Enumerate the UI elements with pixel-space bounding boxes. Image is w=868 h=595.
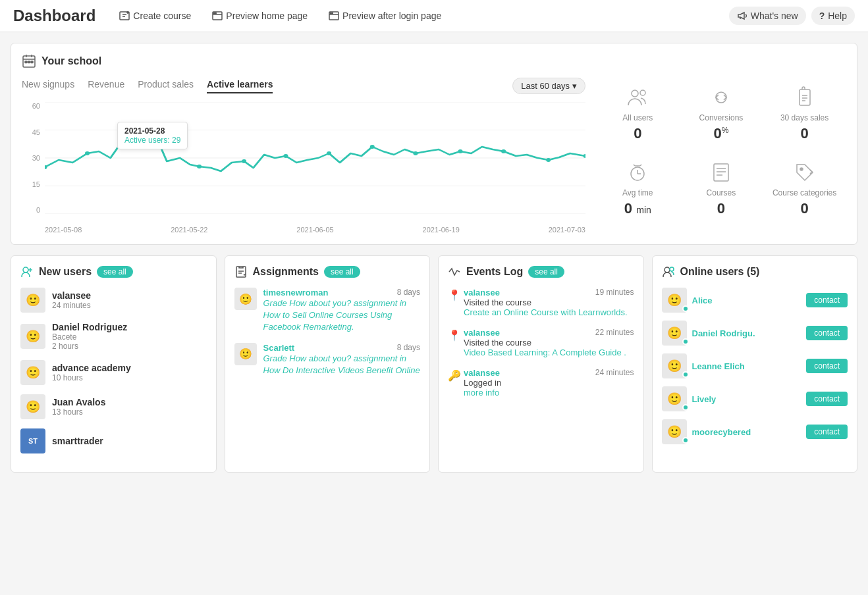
tab-new-signups[interactable]: New signups [22,79,74,93]
event-action-2: Logged in [464,378,634,388]
svg-point-38 [546,158,551,162]
chart-area: New signups Revenue Product sales Active… [22,78,585,234]
y-label-30: 30 [22,154,40,162]
svg-point-40 [632,90,638,97]
event-user-2[interactable]: valansee [464,368,500,378]
svg-point-8 [215,13,217,14]
assignments-see-all[interactable]: see all [324,266,360,278]
assign-user-0: timesnewroman [263,288,329,298]
preview-home-button[interactable]: Preview home page [204,7,315,25]
user-item-smarttrader: ST smarttrader [20,428,207,453]
stat-30-sales-value: 0 [800,125,808,142]
y-label-60: 60 [22,102,40,110]
user-info-valansee: valansee 24 minutes [52,290,91,310]
conversions-icon [709,84,733,111]
events-log-panel: Events Log see all 📍 valansee 19 minutes… [438,255,644,473]
online-user-alice: 🙂 Alice contact [662,288,848,313]
assign-days-1: 8 days [397,343,420,352]
svg-point-7 [213,13,215,14]
user-avatar-juan: 🙂 [20,394,45,419]
event-user-0[interactable]: valansee [464,288,500,298]
chart-x-labels: 2021-05-08 2021-05-22 2021-06-05 2021-06… [45,226,585,234]
help-button[interactable]: ? Help [811,7,855,25]
user-avatar-valansee: 🙂 [20,288,45,313]
contact-alice-button[interactable]: contact [806,293,848,307]
svg-point-37 [501,149,506,153]
event-link-0[interactable]: Create an Online Course with Learnworlds… [464,307,634,317]
online-users-panel: Online users (5) 🙂 Alice contact 🙂 Danie… [652,255,858,473]
event-user-1[interactable]: valansee [464,328,500,338]
time-filter-select[interactable]: Last 60 days ▾ [512,78,585,94]
online-name-lively: Lively [692,394,801,404]
new-users-panel: New users see all 🙂 valansee 24 minutes … [11,255,217,473]
assignment-item-1: 🙂 Scarlett 8 days Grade How about you? a… [234,343,421,376]
svg-point-39 [583,154,585,158]
online-name-moorecybered: moorecybered [692,427,801,437]
online-avatar-wrap-lively: 🙂 [662,386,687,411]
user-sub-daniel: Bacete 2 hours [52,332,127,351]
contact-moorecybered-button[interactable]: contact [806,425,848,439]
stat-categories: Course categories 0 [763,153,846,228]
events-title: Events Log [466,266,523,278]
preview-login-button[interactable]: Preview after login page [321,7,449,25]
school-header: Your school [22,54,846,68]
user-avatar-smarttrader: ST [20,428,45,453]
stat-30-sales: 30 days sales 0 [763,78,846,153]
online-dot-leanne [682,371,689,378]
stat-all-users: All users 0 [596,78,680,153]
user-time-valansee: 24 minutes [52,301,91,310]
user-location-daniel: Bacete [52,332,76,342]
header-right: What's new ? Help [729,7,855,25]
whats-new-button[interactable]: What's new [729,7,806,25]
contact-leanne-button[interactable]: contact [806,359,848,373]
preview-login-icon [329,11,339,21]
svg-point-30 [197,165,202,168]
key-icon: 🔑 [448,369,458,382]
event-link-2[interactable]: more info [464,388,634,398]
assignments-header: Assignments see all [234,265,421,278]
svg-point-35 [413,151,418,155]
stats-area: All users 0 Conversions 0% [596,78,846,234]
svg-point-61 [670,267,674,271]
event-time-2: 24 minutes [595,368,634,378]
stat-all-users-value: 0 [634,125,641,142]
tooltip-value: Active users: 29 [124,136,180,145]
contact-daniel-button[interactable]: contact [806,326,848,340]
create-course-button[interactable]: Create course [111,7,199,25]
tab-active-learners[interactable]: Active learners [207,79,273,93]
event-time-1: 22 minutes [595,328,634,338]
chart-y-labels: 60 45 30 15 0 [22,102,40,214]
online-header: Online users (5) [662,265,848,278]
svg-point-31 [242,159,246,163]
stat-conversions: Conversions 0% [680,78,763,153]
event-content-0: valansee 19 minutes Visited the course C… [464,288,634,317]
svg-point-53 [800,168,803,170]
svg-rect-18 [28,61,30,63]
user-name-advance: advance academy [52,363,131,373]
event-time-0: 19 minutes [595,288,634,298]
event-link-1[interactable]: Video Based Learning: A Complete Guide . [464,348,634,357]
stat-conversions-value: 0% [714,125,729,142]
school-body: New signups Revenue Product sales Active… [22,78,846,234]
preview-login-label: Preview after login page [342,11,441,21]
user-name-valansee: valansee [52,290,91,301]
contact-lively-button[interactable]: contact [806,392,848,406]
new-users-see-all[interactable]: see all [97,266,133,278]
stat-avg-time-value: 0 min [624,200,651,217]
tab-revenue[interactable]: Revenue [88,79,124,93]
user-time-daniel: 2 hours [52,342,78,351]
online-name-leanne: Leanne Elich [692,361,801,371]
user-name-juan: Juan Avalos [52,397,105,407]
y-label-0: 0 [22,206,40,214]
assign-days-0: 8 days [397,288,420,297]
tab-product-sales[interactable]: Product sales [138,79,194,93]
assign-text-1: Grade How about you? assignment in How D… [263,353,421,376]
stat-all-users-label: All users [622,113,653,122]
main-content: Your school New signups Revenue Product … [0,32,868,483]
svg-point-60 [665,267,670,272]
pin-icon-1: 📍 [448,329,458,342]
online-user-lively: 🙂 Lively contact [662,386,848,411]
tooltip-date: 2021-05-28 [124,126,180,136]
user-avatar-advance: 🙂 [20,360,45,385]
events-see-all[interactable]: see all [528,266,564,278]
